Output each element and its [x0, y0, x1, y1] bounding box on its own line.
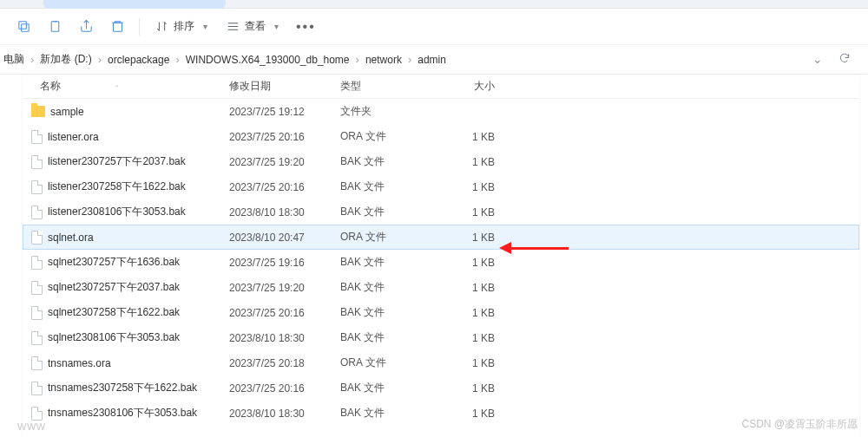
file-name: sqlnet2307257下午2037.bak	[48, 280, 180, 295]
table-row[interactable]: listener.ora2023/7/25 20:16ORA 文件1 KB	[23, 124, 859, 149]
crumb[interactable]: network	[364, 52, 404, 68]
file-icon	[31, 306, 43, 320]
svg-rect-2	[51, 22, 59, 31]
watermark: CSDN @凌霄玉阶非所愿	[741, 417, 858, 432]
cell-name: sqlnet2307257下午2037.bak	[23, 280, 229, 295]
file-icon	[31, 356, 43, 370]
cell-size: 1 KB	[432, 282, 507, 294]
table-row[interactable]: tnsnames2307258下午1622.bak2023/7/25 20:16…	[23, 375, 859, 401]
table-row[interactable]: sqlnet2307257下午1636.bak2023/7/25 19:16BA…	[23, 250, 859, 275]
file-list-pane: 名称 修改日期 类型 大小 sample2023/7/25 19:12文件夹li…	[23, 75, 859, 437]
cell-date: 2023/7/25 19:16	[229, 257, 340, 269]
chevron-right-icon	[405, 53, 414, 66]
cell-size: 1 KB	[432, 131, 507, 143]
cell-size: 1 KB	[432, 206, 507, 218]
crumb[interactable]: 电脑	[2, 50, 26, 68]
cell-name: listener.ora	[23, 130, 229, 144]
file-name: tnsnames2308106下午3053.bak	[48, 406, 197, 421]
table-row[interactable]: tnsnames.ora2023/7/25 20:18ORA 文件1 KB	[23, 350, 859, 375]
cell-type: BAK 文件	[340, 305, 432, 320]
table-row[interactable]: sqlnet2307257下午2037.bak2023/7/25 19:20BA…	[23, 275, 859, 300]
cell-type: BAK 文件	[340, 255, 432, 270]
breadcrumb-bar: 电脑 新加卷 (D:) orclepackage WINDOWS.X64_193…	[0, 45, 868, 75]
cell-size: 1 KB	[432, 357, 507, 369]
file-icon	[31, 205, 43, 219]
cell-name: sqlnet2308106下午3053.bak	[23, 330, 229, 345]
header-name[interactable]: 名称	[23, 79, 229, 94]
cell-name: sqlnet2307257下午1636.bak	[23, 255, 229, 270]
table-row[interactable]: listener2307258下午1622.bak2023/7/25 20:16…	[23, 174, 859, 199]
view-dropdown[interactable]: 查看	[220, 14, 286, 40]
cell-date: 2023/7/25 20:18	[229, 357, 340, 369]
copy-button[interactable]	[10, 14, 36, 40]
file-icon	[31, 382, 43, 395]
chevron-right-icon	[173, 53, 181, 66]
watermark: WWW	[17, 421, 46, 432]
delete-button[interactable]	[104, 14, 130, 40]
table-row[interactable]: sample2023/7/25 19:12文件夹	[23, 99, 859, 124]
table-row[interactable]: tnsnames2308106下午3053.bak2023/8/10 18:30…	[23, 401, 859, 426]
breadcrumb: 电脑 新加卷 (D:) orclepackage WINDOWS.X64_193…	[0, 50, 812, 68]
cell-date: 2023/7/25 20:16	[229, 382, 340, 395]
active-tab[interactable]	[43, 0, 226, 9]
file-name: tnsnames.ora	[48, 357, 111, 369]
header-size[interactable]: 大小	[432, 79, 507, 94]
file-name: listener2308106下午3053.bak	[48, 205, 186, 219]
cell-type: BAK 文件	[340, 330, 432, 345]
file-icon	[31, 231, 43, 245]
table-row[interactable]: sqlnet.ora2023/8/10 20:47ORA 文件1 KB	[23, 225, 859, 250]
annotation-arrow	[499, 242, 569, 254]
cell-type: BAK 文件	[340, 205, 432, 219]
file-name: listener2307257下午2037.bak	[48, 154, 186, 169]
crumb[interactable]: admin	[416, 52, 448, 68]
cell-date: 2023/7/25 19:12	[229, 106, 340, 118]
paste-button[interactable]	[42, 14, 68, 40]
cell-size: 1 KB	[432, 257, 507, 269]
file-icon	[31, 331, 43, 345]
cell-type: ORA 文件	[340, 129, 432, 144]
cell-date: 2023/7/25 20:16	[229, 131, 340, 143]
path-dropdown-icon[interactable]	[812, 52, 823, 67]
cell-name: sqlnet.ora	[23, 231, 229, 245]
file-icon	[31, 281, 43, 295]
file-name: sqlnet2307258下午1622.bak	[48, 305, 180, 320]
cell-date: 2023/7/25 19:20	[229, 156, 340, 168]
table-row[interactable]: sqlnet2307258下午1622.bak2023/7/25 20:16BA…	[23, 300, 859, 325]
crumb[interactable]: WINDOWS.X64_193000_db_home	[184, 52, 352, 68]
file-name: sqlnet2307257下午1636.bak	[48, 255, 180, 270]
file-name: listener2307258下午1622.bak	[48, 179, 186, 194]
cell-name: sqlnet2307258下午1622.bak	[23, 305, 229, 320]
header-type[interactable]: 类型	[340, 79, 432, 94]
cell-name: listener2307258下午1622.bak	[23, 179, 229, 194]
share-button[interactable]	[73, 14, 99, 40]
file-icon	[31, 180, 43, 194]
cell-name: listener2308106下午3053.bak	[23, 205, 229, 219]
cell-name: tnsnames.ora	[23, 356, 229, 370]
crumb[interactable]: orclepackage	[106, 52, 171, 68]
cell-name: listener2307257下午2037.bak	[23, 154, 229, 169]
toolbar: 排序 查看 •••	[0, 9, 868, 45]
view-label: 查看	[245, 19, 266, 34]
table-row[interactable]: listener2307257下午2037.bak2023/7/25 19:20…	[23, 149, 859, 174]
more-button[interactable]: •••	[291, 19, 321, 35]
cell-date: 2023/8/10 18:30	[229, 332, 340, 344]
cell-type: ORA 文件	[340, 230, 432, 245]
table-row[interactable]: listener2308106下午3053.bak2023/8/10 18:30…	[23, 199, 859, 225]
refresh-button[interactable]	[838, 52, 851, 67]
file-name: sqlnet2308106下午3053.bak	[48, 330, 180, 345]
cell-name: sample	[23, 106, 229, 118]
table-row[interactable]: sqlnet2308106下午3053.bak2023/8/10 18:30BA…	[23, 325, 859, 350]
sort-label: 排序	[174, 19, 194, 34]
cell-type: BAK 文件	[340, 154, 432, 169]
cell-size: 1 KB	[432, 382, 507, 395]
sort-dropdown[interactable]: 排序	[148, 14, 214, 40]
chevron-right-icon	[28, 53, 36, 66]
header-date[interactable]: 修改日期	[229, 79, 340, 94]
cell-size: 1 KB	[432, 307, 507, 319]
cell-size: 1 KB	[432, 181, 507, 193]
cell-name: tnsnames2308106下午3053.bak	[23, 406, 229, 421]
crumb[interactable]: 新加卷 (D:)	[38, 50, 93, 68]
cell-date: 2023/8/10 18:30	[229, 408, 340, 420]
file-icon	[31, 407, 43, 421]
file-icon	[31, 256, 43, 270]
